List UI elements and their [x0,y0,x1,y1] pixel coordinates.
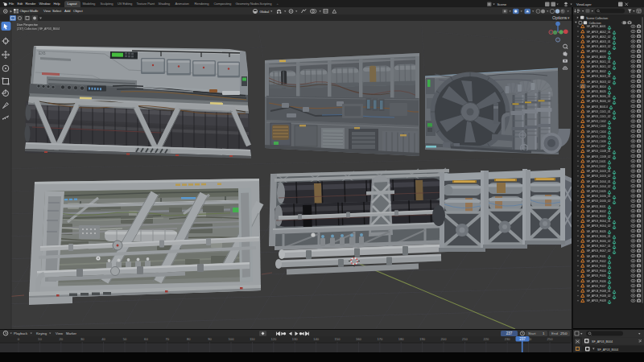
svg-text:ViewLayer: ViewLayer [576,2,592,6]
svg-text:Global: Global [260,9,270,13]
svg-text:220: 220 [483,337,489,341]
svg-text:SF_AP03_B001_01: SF_AP03_B001_01 [587,60,612,64]
svg-text:SF_AP03_F009: SF_AP03_F009 [587,298,607,302]
svg-text:SF_AP03_C001_01: SF_AP03_C001_01 [587,109,612,113]
svg-text:User Perspective: User Perspective [17,23,38,27]
svg-text:237: 237 [506,331,513,335]
svg-text:250: 250 [547,337,554,341]
svg-text:140: 140 [313,337,320,341]
svg-text:SF_AP03_F002: SF_AP03_F002 [587,259,607,263]
svg-text:SF_AP03_B004: SF_AP03_B004 [592,339,613,343]
svg-text:SF_AP03_E006_02: SF_AP03_E006_02 [587,239,612,243]
svg-text:150: 150 [335,337,341,341]
svg-text:SF_AP03_A004: SF_AP03_A004 [587,49,607,53]
svg-text:SF_AP03_A003_02: SF_AP03_A003_02 [587,44,612,48]
svg-text:SF_AP03_C006: SF_AP03_C006 [587,139,607,143]
svg-text:SF_AP03_E003: SF_AP03_E003 [587,214,607,218]
svg-text:SF_AP03_B002: SF_AP03_B002 [587,69,607,73]
svg-text:100: 100 [229,337,235,341]
svg-text:SF_AP03_E004_01: SF_AP03_E004_01 [587,219,612,223]
svg-text:Keying: Keying [36,331,47,335]
svg-text:200: 200 [441,337,448,341]
svg-text:180: 180 [398,337,405,341]
svg-text:SF_AP03_F008_01: SF_AP03_F008_01 [587,289,612,293]
svg-text:SF_AP03_A002_02: SF_AP03_A002_02 [587,35,612,39]
svg-text:SF_AP03_D006_02: SF_AP03_D006_02 [587,199,612,203]
svg-text:80: 80 [187,337,191,341]
svg-text:190: 190 [419,337,426,341]
svg-text:EX6: EX6 [39,51,46,56]
svg-text:SF_AP03_D001: SF_AP03_D001 [587,159,607,163]
svg-text:SF_AP03_F007: SF_AP03_F007 [587,284,607,288]
svg-text:Playback: Playback [14,331,28,335]
svg-text:SF_AP03_B003_02: SF_AP03_B003_02 [587,80,612,84]
svg-text:SF_AP03_E005: SF_AP03_E005 [587,229,607,233]
svg-text:SF_AP03_F001: SF_AP03_F001 [587,254,607,258]
svg-text:SF_AP03_A005: SF_AP03_A005 [587,55,607,59]
svg-text:Start: Start [528,331,536,335]
svg-text:SF_AP03_E007_01: SF_AP03_E007_01 [587,244,612,248]
svg-text:SF_AP03_E006_01: SF_AP03_E006_01 [587,234,612,238]
svg-text:SF_AP03_F006: SF_AP03_F006 [587,279,607,283]
svg-text:View: View [56,331,64,335]
svg-text:SF_AP03_E001: SF_AP03_E001 [587,204,607,208]
svg-text:250: 250 [560,331,568,335]
svg-text:SF_AP03_D004_01: SF_AP03_D004_01 [587,179,612,183]
svg-text:SF_AP03_B006_01: SF_AP03_B006_01 [587,94,612,98]
svg-text:120: 120 [270,337,277,341]
svg-text:237: 237 [519,337,526,341]
svg-text:40: 40 [101,337,105,341]
svg-text:SF_AP03_A001: SF_AP03_A001 [587,24,607,28]
svg-text:SF_AP03_D004_02: SF_AP03_D004_02 [587,184,612,188]
svg-text:SF_AP03_C008_02: SF_AP03_C008_02 [587,154,612,158]
svg-text:SF_AP03_B003_01: SF_AP03_B003_01 [587,74,612,78]
svg-text:Scene Collection: Scene Collection [586,16,609,20]
svg-text:(237) Collection | SF_AP03_B00: (237) Collection | SF_AP03_B004 [17,27,60,31]
svg-text:90: 90 [208,337,212,341]
svg-text:SF_AP03_D003_01: SF_AP03_D003_01 [587,169,612,173]
svg-text:60: 60 [144,337,148,341]
svg-text:SF_AP03_F004: SF_AP03_F004 [587,269,607,273]
svg-text:210: 210 [462,337,469,341]
svg-text:SF_AP03_E002: SF_AP03_E002 [587,209,607,213]
svg-text:SF_AP03_C001_02: SF_AP03_C001_02 [587,114,612,118]
svg-text:End: End [551,331,559,335]
svg-text:170: 170 [377,337,383,341]
svg-text:20: 20 [60,337,64,341]
svg-text:SF_AP03_D006_01: SF_AP03_D006_01 [587,194,612,198]
svg-text:SF_AP03_B004: SF_AP03_B004 [587,84,607,88]
svg-text:SF_AP03_C008_01: SF_AP03_C008_01 [587,149,612,153]
svg-text:50: 50 [123,337,127,341]
svg-text:SF_AP03_B0014: SF_AP03_B0014 [587,105,609,109]
svg-text:SF_AP03_B004: SF_AP03_B004 [597,348,619,352]
svg-text:130: 130 [292,337,299,341]
svg-text:SF_AP03_C007: SF_AP03_C007 [587,144,607,148]
svg-text:SF_AP03_C004: SF_AP03_C004 [587,130,607,134]
svg-text:SF_AP03_A003_01: SF_AP03_A003_01 [587,39,612,43]
svg-text:SF_AP03_C005: SF_AP03_C005 [587,134,607,138]
svg-text:Scene: Scene [497,2,507,6]
svg-text:SF_AP03_D005: SF_AP03_D005 [587,189,607,193]
svg-text:Marker: Marker [66,331,77,335]
svg-text:SF_AP03_B006_02: SF_AP03_B006_02 [587,99,612,103]
svg-text:SF_AP03_A002_01: SF_AP03_A002_01 [587,30,612,34]
svg-text:SF_AP03_B001_02: SF_AP03_B001_02 [587,64,612,68]
svg-text:SF_AP03_F003: SF_AP03_F003 [587,264,607,268]
svg-text:SF_AP03_E004_02: SF_AP03_E004_02 [587,224,612,228]
svg-text:SF_AP03_C003: SF_AP03_C003 [587,124,607,128]
svg-text:SF_AP03_D003_02: SF_AP03_D003_02 [587,174,612,178]
svg-text:30: 30 [80,337,85,341]
svg-text:160: 160 [356,337,362,341]
svg-text:SF_AP03_F008_02: SF_AP03_F008_02 [587,294,612,298]
svg-text:SF_AP03_C002: SF_AP03_C002 [587,119,607,123]
svg-text:SF_AP03_E007_02: SF_AP03_E007_02 [587,249,612,253]
svg-text:230: 230 [505,337,511,341]
svg-text:SF_AP03_B005: SF_AP03_B005 [587,89,607,93]
svg-text:SF_AP03_F005: SF_AP03_F005 [587,274,607,278]
svg-text:10: 10 [38,337,42,341]
svg-text:SF_AP03_D002: SF_AP03_D002 [587,164,607,168]
svg-text:110: 110 [250,337,255,341]
svg-text:70: 70 [166,337,170,341]
